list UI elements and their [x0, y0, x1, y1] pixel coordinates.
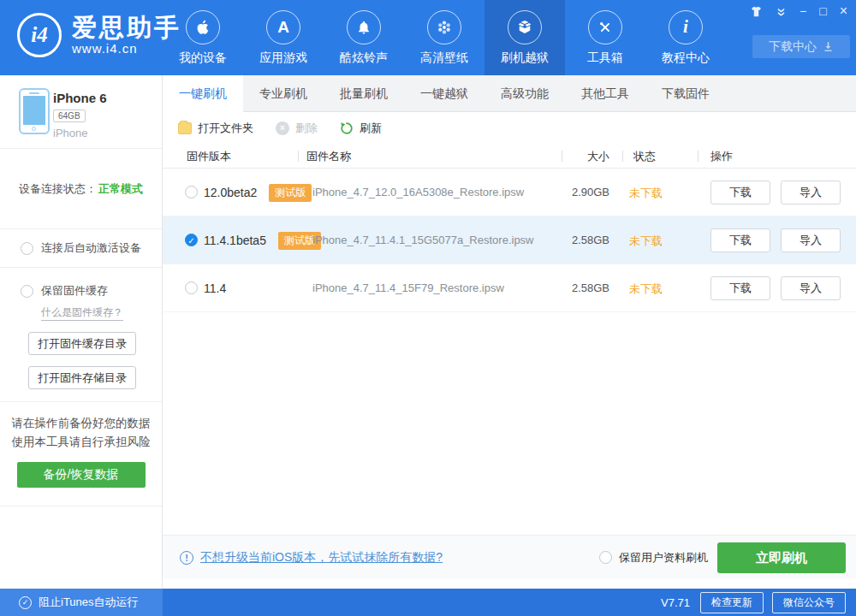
iphone-icon — [19, 88, 50, 134]
firmware-version: 11.4 — [204, 281, 226, 295]
app-version: V7.71 — [661, 596, 690, 609]
col-header-version: 固件版本 — [187, 149, 231, 164]
sidebar: iPhone 6 64GB iPhone 设备连接状态： 正常模式 连接后自动激… — [0, 75, 163, 589]
firmware-row[interactable]: ✓ 11.4.1beta5 测试版 iPhone_4.7_11.4.1_15G5… — [163, 216, 856, 264]
firmware-row[interactable]: 12.0beta2 测试版 iPhone_4.7_12.0_16A5308e_R… — [163, 169, 856, 216]
keep-cache-option[interactable]: 保留固件缓存 — [0, 268, 162, 299]
nav-label: 高清壁纸 — [420, 50, 468, 66]
tab-one-click-flash[interactable]: 一键刷机 — [163, 75, 243, 112]
nav-ringtones[interactable]: 酷炫铃声 — [324, 0, 404, 75]
backup-restore-button[interactable]: 备份/恢复数据 — [17, 462, 146, 488]
folder-icon — [178, 122, 192, 134]
download-center-button[interactable]: 下载中心 — [752, 35, 850, 58]
header: i4 爱思助手 www.i4.cn 我的设备 A 应用游戏 — [0, 0, 856, 75]
nav-flash-jailbreak[interactable]: 刷机越狱 — [484, 0, 565, 75]
tab-download-firmware[interactable]: 下载固件 — [645, 75, 726, 112]
download-center-label: 下载中心 — [769, 39, 817, 55]
col-header-action: 操作 — [710, 149, 733, 164]
action-footer: ! 不想升级当前iOS版本，先试试抹除所有数据? 保留用户资料刷机 立即刷机 — [163, 535, 856, 578]
tab-batch-flash[interactable]: 批量刷机 — [324, 75, 404, 112]
firmware-version: 11.4.1beta5 — [204, 234, 266, 247]
appstore-icon: A — [266, 10, 300, 44]
row-radio[interactable]: ✓ — [185, 234, 198, 246]
auto-activate-radio[interactable] — [21, 242, 33, 255]
erase-data-link[interactable]: 不想升级当前iOS版本，先试试抹除所有数据? — [200, 550, 443, 566]
download-button[interactable]: 下载 — [710, 181, 770, 204]
table-header: 固件版本 固件名称 大小 状态 操作 — [163, 144, 856, 169]
import-button[interactable]: 导入 — [781, 181, 841, 204]
delete-button[interactable]: × 删除 — [276, 121, 318, 136]
nav-toolbox[interactable]: 工具箱 — [565, 0, 645, 75]
nav-my-devices[interactable]: 我的设备 — [163, 0, 243, 75]
beta-badge: 测试版 — [269, 184, 312, 202]
nav-label: 我的设备 — [179, 50, 227, 66]
connection-label: 设备连接状态： — [19, 181, 97, 197]
warning-line-2: 使用本工具请自行承担风险 — [0, 433, 162, 452]
tab-bar: 一键刷机 专业刷机 批量刷机 一键越狱 高级功能 其他工具 下载固件 — [163, 75, 856, 112]
firmware-filename: iPhone_4.7_11.4.1_15G5077a_Restore.ipsw — [312, 234, 534, 246]
nav-apps-games[interactable]: A 应用游戏 — [243, 0, 324, 75]
window-controls: − □ × — [750, 4, 847, 18]
maximize-button[interactable]: □ — [819, 4, 826, 18]
check-update-button[interactable]: 检查更新 — [700, 592, 764, 613]
col-header-status: 状态 — [633, 149, 656, 164]
info-icon: i — [669, 10, 703, 44]
open-box-icon — [508, 10, 542, 44]
close-button[interactable]: × — [840, 4, 847, 18]
firmware-status: 未下载 — [629, 234, 663, 249]
nav-tutorials[interactable]: i 教程中心 — [645, 0, 726, 75]
firmware-status: 未下载 — [629, 186, 663, 201]
nav-label: 应用游戏 — [259, 50, 307, 66]
device-card: iPhone 6 64GB iPhone — [0, 75, 162, 149]
auto-activate-option[interactable]: 连接后自动激活设备 — [0, 229, 162, 268]
nav-wallpapers[interactable]: 高清壁纸 — [404, 0, 484, 75]
minimize-button[interactable]: − — [800, 4, 806, 18]
import-button[interactable]: 导入 — [781, 276, 841, 300]
firmware-size: 2.58GB — [522, 234, 609, 246]
download-icon — [823, 41, 834, 52]
apple-icon — [186, 10, 220, 44]
firmware-cache-section: 保留固件缓存 什么是固件缓存？ 打开固件缓存目录 打开固件存储目录 — [0, 268, 162, 402]
skin-theme-icon[interactable] — [750, 5, 763, 18]
backup-warning-section: 请在操作前备份好您的数据 使用本工具请自行承担风险 备份/恢复数据 — [0, 402, 162, 506]
main-nav: 我的设备 A 应用游戏 酷炫铃声 高清壁纸 — [163, 0, 726, 75]
download-button[interactable]: 下载 — [710, 276, 770, 300]
main-content: 一键刷机 专业刷机 批量刷机 一键越狱 高级功能 其他工具 下载固件 打开文件夹… — [163, 75, 856, 589]
wechat-official-button[interactable]: 微信公众号 — [772, 592, 846, 613]
tab-one-click-jailbreak[interactable]: 一键越狱 — [404, 75, 484, 112]
row-radio[interactable] — [185, 186, 198, 198]
refresh-button[interactable]: 刷新 — [340, 121, 382, 136]
nav-label: 工具箱 — [587, 50, 623, 66]
firmware-filename: iPhone_4.7_12.0_16A5308e_Restore.ipsw — [312, 186, 524, 198]
nav-label: 刷机越狱 — [501, 50, 549, 66]
logo-mark-icon: i4 — [17, 13, 62, 57]
block-itunes-label: 阻止iTunes自动运行 — [39, 595, 139, 610]
alert-circle-icon: ! — [180, 551, 193, 565]
tab-pro-flash[interactable]: 专业刷机 — [243, 75, 324, 112]
app-logo: i4 爱思助手 www.i4.cn — [17, 13, 181, 57]
row-radio[interactable] — [185, 281, 198, 294]
flash-now-button[interactable]: 立即刷机 — [717, 542, 846, 573]
menu-chevron-icon[interactable] — [776, 6, 787, 17]
open-folder-button[interactable]: 打开文件夹 — [178, 121, 253, 136]
tab-other-tools[interactable]: 其他工具 — [565, 75, 645, 112]
tools-icon — [588, 10, 622, 44]
tab-advanced-features[interactable]: 高级功能 — [484, 75, 565, 112]
delete-x-icon: × — [276, 121, 289, 135]
firmware-size: 2.58GB — [522, 281, 609, 294]
nav-label: 酷炫铃声 — [340, 50, 388, 66]
open-cache-dir-button[interactable]: 打开固件缓存目录 — [28, 332, 136, 355]
open-storage-dir-button[interactable]: 打开固件存储目录 — [28, 366, 136, 389]
keep-user-data-option[interactable]: 保留用户资料刷机 — [599, 536, 708, 579]
download-button[interactable]: 下载 — [710, 228, 770, 252]
keep-cache-radio[interactable] — [21, 285, 33, 298]
keep-user-data-label: 保留用户资料刷机 — [619, 550, 708, 566]
what-is-cache-link[interactable]: 什么是固件缓存？ — [41, 305, 123, 321]
col-header-size: 大小 — [522, 149, 609, 164]
import-button[interactable]: 导入 — [781, 228, 841, 252]
col-header-name: 固件名称 — [306, 149, 351, 164]
firmware-row[interactable]: 11.4 iPhone_4.7_11.4_15F79_Restore.ipsw … — [163, 264, 856, 312]
block-itunes-toggle[interactable]: ✓ 阻止iTunes自动运行 — [0, 589, 163, 616]
keep-user-data-radio[interactable] — [599, 551, 612, 564]
firmware-version: 12.0beta2 — [204, 186, 257, 199]
